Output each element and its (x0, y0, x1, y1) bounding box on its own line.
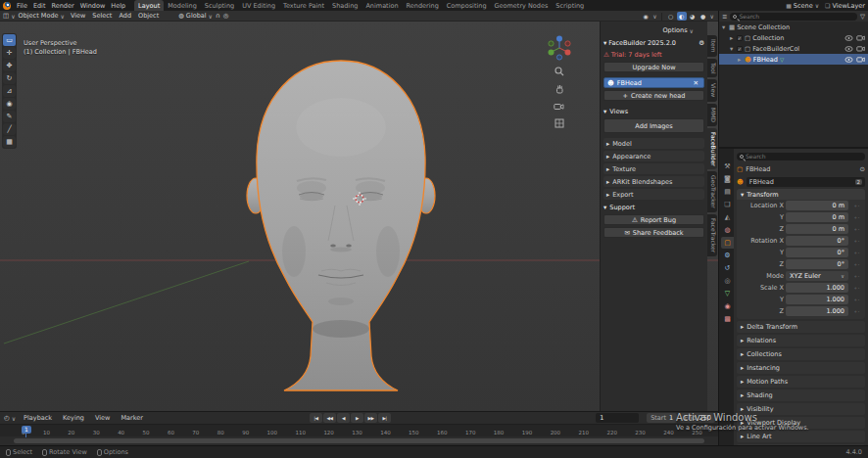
playback-control-button[interactable]: ▶ (351, 413, 363, 423)
tool-button[interactable]: ✛ (3, 47, 16, 59)
lock-and-animate-icons[interactable]: ∘· (850, 226, 863, 232)
lock-and-animate-icons[interactable]: ∘· (850, 285, 863, 291)
properties-section-header[interactable]: ▸ Motion Paths (737, 376, 865, 388)
lock-and-animate-icons[interactable]: ∘· (850, 214, 863, 220)
scene-selector[interactable]: ▦ Scene ∨ (786, 2, 819, 10)
views-section-header[interactable]: ▾ Views (603, 106, 704, 116)
gear-icon[interactable]: ⚙ (699, 39, 704, 47)
properties-section-header[interactable]: ▸ Line Art (737, 431, 865, 442)
field-value[interactable]: 1.000 (786, 295, 848, 304)
outliner-search-input[interactable] (739, 13, 854, 20)
timeline-menu-item[interactable]: Keying (60, 414, 87, 422)
current-head-button[interactable]: ☻ FBHead ✕ (603, 77, 704, 88)
camera-view-icon[interactable] (554, 102, 564, 111)
expand-arrow-icon[interactable]: ▾ (730, 45, 735, 53)
lock-and-animate-icons[interactable]: ∘· (850, 203, 863, 208)
sidebar-tab[interactable]: Item (707, 35, 717, 57)
sidebar-tab[interactable]: Tool (707, 59, 717, 78)
workspace-tab[interactable]: UV Editing (238, 0, 279, 11)
workspace-tab[interactable]: Rendering (403, 0, 443, 11)
shading-mode-button[interactable]: ◐ (677, 12, 687, 21)
report-bug-button[interactable]: ⚠ Report Bug (603, 214, 704, 225)
properties-tab[interactable]: ◍ (721, 224, 734, 236)
outliner-row-facebuildercol[interactable]: ▾ ✓ ▢ FaceBuilderCol (719, 43, 868, 54)
workspace-tab[interactable]: Texture Paint (279, 0, 328, 11)
lock-and-animate-icons[interactable]: ∘· (850, 238, 863, 244)
camera-icon[interactable] (856, 45, 865, 52)
properties-search[interactable] (737, 153, 865, 160)
properties-tab[interactable]: ❏ (721, 199, 734, 210)
viewlayer-selector[interactable]: ❏ ViewLayer (825, 2, 865, 10)
collapse-arrow-icon[interactable]: ▸ (730, 34, 735, 42)
workspace-tab[interactable]: Compositing (443, 0, 491, 11)
properties-section-header[interactable]: ▸ Delta Transform (737, 321, 865, 333)
scrollbar-handle[interactable] (14, 438, 704, 443)
menu-item[interactable]: Edit (30, 2, 49, 10)
pin-icon[interactable]: ⊙ (860, 165, 865, 173)
shading-mode-button[interactable]: ◕ (688, 12, 698, 21)
workspace-tab[interactable]: Animation (362, 0, 402, 11)
playhead[interactable]: 1 (22, 426, 31, 437)
orientation-selector[interactable]: ◍ Global ∨ (178, 12, 213, 20)
playback-control-button[interactable]: ◀ (337, 413, 350, 423)
properties-section-header[interactable]: ▸ Collections (737, 348, 865, 360)
sidebar-tab[interactable]: MMD (707, 104, 717, 126)
filter-icon[interactable]: ▽ (860, 13, 865, 21)
timeline-menu-item[interactable]: View (92, 414, 113, 422)
eye-icon[interactable] (844, 57, 853, 63)
orthographic-grid-icon[interactable] (555, 118, 564, 128)
properties-tab[interactable]: ▽ (721, 288, 734, 299)
panel-section-header[interactable]: ▸ Export (603, 189, 704, 200)
outliner-editor-icon[interactable]: ≡ (722, 13, 727, 21)
field-value[interactable]: 0 m (786, 201, 848, 210)
menu-item[interactable]: Help (108, 2, 128, 10)
viewport-menu-item[interactable]: View (68, 12, 88, 20)
panel-section-header[interactable]: ▸ ARKit Blendshapes (603, 176, 704, 187)
field-value[interactable]: 0 m (786, 212, 848, 222)
options-dropdown[interactable]: Options ∨ (663, 26, 695, 34)
collapse-arrow-icon[interactable]: ▸ (738, 56, 743, 64)
properties-tab[interactable]: ▢ (721, 237, 734, 249)
properties-tab[interactable]: ↺ (721, 262, 734, 274)
lock-and-animate-icons[interactable]: ∘· (850, 308, 863, 314)
properties-tab[interactable]: ▤ (721, 186, 734, 198)
tool-button[interactable]: ▦ (3, 136, 16, 148)
exclude-checkbox[interactable]: ✓ (737, 35, 743, 41)
camera-icon[interactable] (856, 56, 865, 63)
sidebar-tab[interactable]: FaceTracker (707, 214, 717, 256)
tool-button[interactable]: ✎ (3, 111, 16, 122)
menu-item[interactable]: Render (48, 2, 76, 10)
editor-type-selector[interactable]: ◫ ∨ (3, 12, 16, 20)
properties-section-header[interactable]: ▸ Relations (737, 335, 865, 346)
shading-mode-button[interactable]: ○ (666, 12, 676, 21)
pan-hand-icon[interactable] (555, 84, 564, 94)
camera-icon[interactable] (856, 34, 865, 41)
tool-button[interactable]: ✥ (3, 60, 16, 71)
field-value[interactable]: 0 m (786, 224, 848, 234)
upgrade-button[interactable]: Upgrade Now (603, 62, 704, 72)
outliner-row-collection[interactable]: ▸ ✓ ▢ Collection (719, 32, 868, 43)
field-value[interactable]: XYZ Euler (786, 271, 848, 281)
playback-control-button[interactable]: |◀ (310, 413, 322, 423)
outliner-row-scene-collection[interactable]: ▾ ▦ Scene Collection (719, 22, 868, 32)
properties-tab[interactable]: ◎ (721, 275, 734, 287)
support-section-header[interactable]: ▾ Support (603, 202, 704, 212)
playback-control-button[interactable]: ▶▶ (364, 413, 377, 423)
tool-button[interactable]: ▭ (3, 34, 16, 46)
viewport-menu-item[interactable]: Add (116, 12, 134, 20)
properties-tab[interactable]: ◭ (721, 211, 734, 223)
panel-section-header[interactable]: ▸ Texture (603, 163, 704, 174)
current-frame-field[interactable]: 1 (596, 413, 639, 423)
sidebar-tab[interactable]: GeoTracker (707, 171, 717, 212)
shading-mode-button[interactable]: ● (699, 12, 708, 21)
timeline-editor-selector[interactable]: ◴ ∨ (4, 414, 16, 422)
workspace-tab[interactable]: Scripting (552, 0, 588, 11)
workspace-tab[interactable]: Layout (134, 0, 164, 11)
tool-button[interactable]: ╱ (3, 123, 16, 135)
properties-section-header[interactable]: ▸ Viewport Display (737, 417, 865, 429)
properties-tab[interactable]: ▩ (721, 313, 734, 325)
exclude-checkbox[interactable]: ✓ (737, 46, 743, 52)
viewport-menu-item[interactable]: Object (135, 12, 162, 20)
field-value[interactable]: 0° (786, 248, 848, 257)
playback-control-button[interactable]: ◀◀ (323, 413, 336, 423)
